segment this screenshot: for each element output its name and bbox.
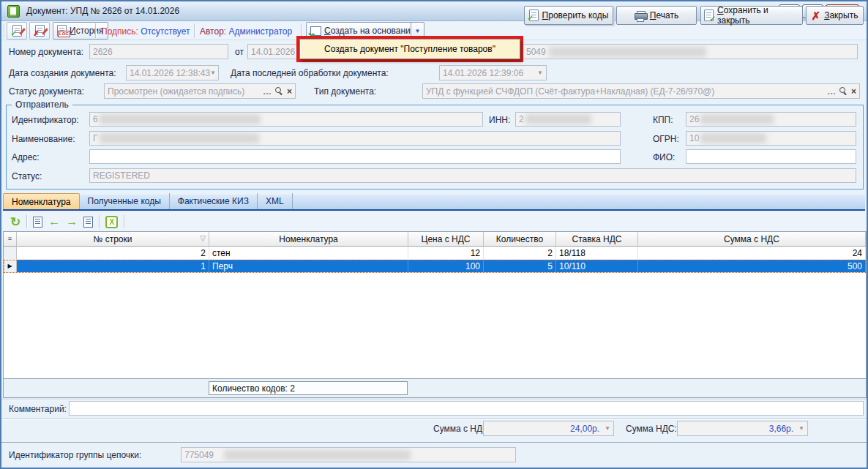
column-header-price[interactable]: Цена с НДС [408,232,484,247]
column-header-vat-rate[interactable]: Ставка НДС [556,232,638,247]
table-row-selected[interactable]: ▶ 1 Перч 100 5 10/110 500 [4,260,866,273]
refresh-icon[interactable]: ↻ [10,216,20,228]
created-date-label: Дата создания документа: [9,68,116,78]
tab-xml[interactable]: XML [258,193,293,209]
doc-from-label: от [235,47,244,57]
cell-price[interactable]: 100 [408,260,484,272]
toolbar-separator [194,23,195,38]
sender-kpp-field[interactable]: 26 [686,112,856,127]
sum-with-vat-combo[interactable]: 24,00р.▼ [483,421,614,436]
sender-status-field[interactable]: REGISTERED [89,168,856,183]
search-icon[interactable] [275,87,283,95]
processed-date-combo[interactable]: 14.01.2026 12:39:06▼ [439,65,547,80]
close-x-icon: ✗ [812,10,821,21]
excel-export-icon[interactable]: X [105,216,118,228]
doc-status-field[interactable]: Просмотрен (ожидается подпись) … × [104,83,296,99]
arrow-right-icon[interactable]: → [66,216,78,228]
search-icon[interactable] [839,87,848,95]
redacted-blur [100,114,261,124]
cell-sum[interactable]: 24 [638,247,866,259]
sender-identifier-label: Идентификатор: [12,115,79,125]
comment-input[interactable] [69,401,864,416]
create-document-icon: ↪ [310,26,321,36]
column-header-sum[interactable]: Сумма с НДС [638,232,866,247]
chain-group-field[interactable]: 775049 [181,447,516,462]
sender-ogrn-label: ОГРН: [653,134,679,144]
toolbar-separator [124,215,124,228]
grid-header-row: ≡ № строки▽ Номенклатура Цена с НДС Коли… [4,232,866,247]
cell-nomenclature[interactable]: Перч [209,260,408,272]
cell-vat-rate[interactable]: 18/118 [556,247,638,259]
grid-corner-button[interactable]: ≡ [4,232,17,247]
sender-address-label: Адрес: [12,152,40,162]
grid-footer: Количество кодов: 2 [3,379,867,398]
redacted-blur [700,114,774,124]
nomenclature-grid: ≡ № строки▽ Номенклатура Цена с НДС Коли… [3,231,867,379]
toolbar-separator [26,215,27,228]
ellipsis-icon[interactable]: … [263,87,272,96]
cell-quantity[interactable]: 5 [484,260,556,272]
column-header-quantity[interactable]: Количество [484,232,556,247]
cell-price[interactable]: 12 [408,247,484,259]
cell-line-number[interactable]: 2 [17,247,209,259]
vat-sum-combo[interactable]: 3,66р.▼ [677,421,808,436]
row-indicator-cell [4,247,17,259]
signature-value: Отсутствует [141,26,190,37]
sender-ogrn-field[interactable]: 10 [686,131,856,146]
cell-nomenclature[interactable]: стен [209,247,408,259]
document-sign-icon: ✓ [12,25,22,37]
print-button[interactable]: Печать [616,6,697,25]
combo-arrow-icon: ▼ [537,70,543,76]
cell-vat-rate[interactable]: 10/110 [556,260,638,272]
arrow-left-icon[interactable]: ← [48,216,60,228]
doc-identifier-fragment: 5049 [526,47,546,57]
ellipsis-icon[interactable]: … [827,87,836,96]
column-header-nomenclature[interactable]: Номенклатура [209,232,408,247]
signature-label: Подпись: [101,26,138,37]
vat-sum-label: Сумма НДС: [626,424,677,434]
redacted-blur [525,114,591,124]
sender-identifier-field[interactable]: 6 [89,112,483,127]
table-row[interactable]: 2 стен 12 2 18/118 24 [4,247,866,260]
created-date-combo[interactable]: 14.01.2026 12:38:43▼ [126,65,219,80]
sender-address-field[interactable] [89,149,621,164]
author-value: Администратор [229,26,293,37]
toolbar-separator [99,215,100,228]
doc-number-label: Номер документа: [9,47,83,57]
check-codes-button[interactable]: ✓ Проверить коды [524,6,613,25]
cell-quantity[interactable]: 2 [484,247,556,259]
grid-toolbar: ↻ ← → X [3,212,865,231]
clear-icon[interactable]: × [287,87,292,96]
sender-inn-field[interactable]: 2 [515,112,621,127]
sort-indicator-icon: ▽ [200,235,206,242]
cell-sum[interactable]: 500 [638,260,866,272]
list-export-icon[interactable] [33,217,42,228]
doc-type-field[interactable]: УПД с функцией СЧФДОП (Счёт-фактура+Накл… [422,83,860,99]
document-window: Документ: УПД № 2626 от 14.01.2026 × ✓ ✗… [0,0,868,469]
cell-line-number[interactable]: 1 [17,260,209,272]
redacted-blur [224,450,411,460]
tab-actual-kiz[interactable]: Фактические КИЗ [170,193,258,209]
signature-status: Подпись: Отсутствует [101,26,190,37]
save-and-close-button[interactable]: ✓ Сохранить и закрыть [700,6,803,25]
sender-name-field[interactable]: Г [89,131,621,146]
column-header-line-number[interactable]: № строки▽ [17,232,209,247]
sender-status-label: Статус: [12,171,42,181]
close-document-button[interactable]: ✗ Закрыть [806,6,864,25]
doc-number-field[interactable]: 2626 [89,44,228,59]
app-icon [7,5,20,18]
tab-received-codes[interactable]: Полученные коды [80,193,170,209]
list-import-icon[interactable] [83,217,93,228]
history-button[interactable]: LOG История [53,22,108,40]
sender-kpp-label: КПП: [653,115,673,125]
toolbar-separator [4,23,4,38]
reject-signature-button[interactable]: ✗ [29,22,50,40]
history-log-icon: LOG [57,25,67,37]
history-button-label: История [70,26,104,36]
sender-fio-field[interactable] [686,149,856,164]
check-codes-icon: ✓ [529,10,539,21]
sign-document-button[interactable]: ✓ [7,22,27,40]
clear-icon[interactable]: × [851,87,856,96]
tab-nomenclature[interactable]: Номенклатура [3,193,80,209]
create-receipt-menu-item[interactable]: Создать документ "Поступление товаров" [299,39,520,59]
